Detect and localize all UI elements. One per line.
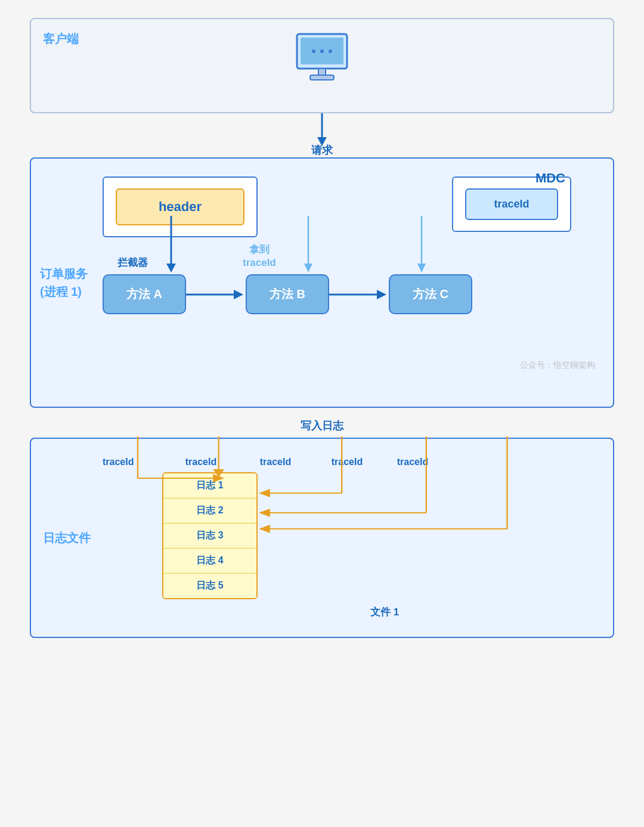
log-area: 日志 1 日志 2 日志 3 日志 4 日志 5 [103,472,595,599]
log-item-5: 日志 5 [163,574,256,598]
method-a-box: 方法 A [103,274,186,314]
svg-marker-29 [259,509,270,517]
arrow-a-to-b [186,283,246,306]
svg-marker-18 [377,290,386,299]
svg-marker-12 [304,264,312,272]
write-log-section: 写入日志 [301,408,343,438]
arrow-traceid-to-method-b [299,216,317,275]
client-label: 客户端 [43,31,79,47]
write-log-label: 写入日志 [301,411,343,438]
intercept-label: 拦截器 [117,256,148,270]
diagram-container: 客户端 请求 订单服务 [30,18,614,638]
svg-point-3 [320,49,324,53]
svg-point-2 [312,49,315,53]
file-label: 文件 1 [174,605,595,619]
svg-marker-26 [259,489,270,497]
mdc-label: MDC [535,171,565,186]
watermark: 公众号：悟空聊架构 [520,360,595,371]
method-c-box: 方法 C [389,274,472,314]
client-section: 客户端 [30,18,614,113]
method-b-box: 方法 B [246,274,329,314]
request-arrow-container: 请求 [310,113,334,157]
arrow-b-to-c [329,283,389,306]
svg-marker-14 [417,264,426,272]
log-label: 日志文件 [43,530,91,546]
header-box: header [116,188,244,225]
methods-row: 方法 A 方法 B 方法 C [103,274,595,314]
svg-marker-32 [259,525,270,533]
svg-marker-10 [166,264,176,272]
header-outer-box: header [103,176,258,237]
traceid-box: traceId [465,188,558,220]
svg-marker-16 [234,290,243,299]
svg-point-4 [329,49,332,53]
client-monitor [292,31,352,85]
log-section: 日志文件 traceId traceId traceId traceId tra… [30,438,614,638]
svg-rect-6 [310,75,334,80]
service-inner: header traceId 拦截器 拿到 traceId [103,171,595,314]
grab-traceid-label: 拿到 traceId [243,243,276,270]
service-section: 订单服务 (进程 1) MDC header traceId 拦截器 拿到 tr… [30,157,614,408]
log-inner: traceId traceId traceId traceId traceId … [103,451,595,619]
service-label: 订单服务 (进程 1) [40,265,88,301]
log-arrows [103,436,595,568]
monitor-icon [292,31,352,85]
arrow-header-to-method [162,216,180,275]
request-label: 请求 [311,143,333,157]
arrow-traceid-to-method-c [413,216,431,275]
